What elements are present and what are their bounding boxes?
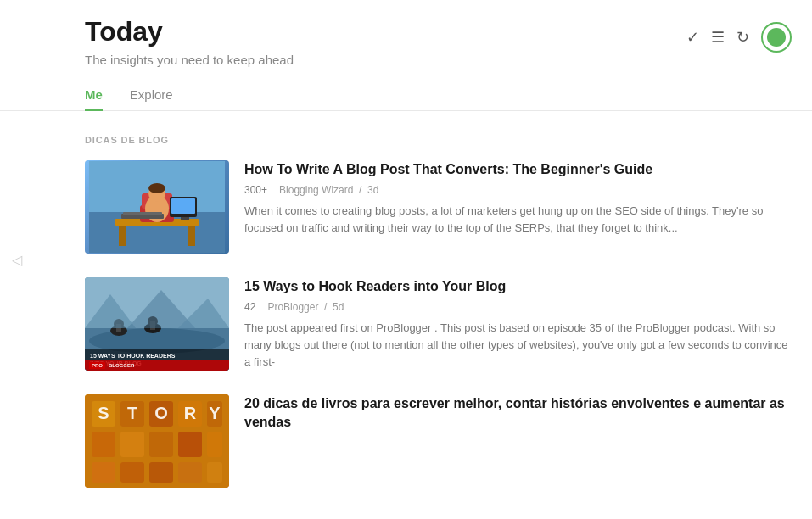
status-indicator[interactable] [761, 22, 792, 53]
header-actions: ✓ ☰ ↻ [686, 15, 792, 53]
page-title: Today [85, 15, 294, 47]
svg-rect-35 [120, 432, 144, 457]
tabs-bar: Me Explore [0, 67, 812, 111]
page-subtitle: The insights you need to keep ahead [85, 53, 294, 67]
article-text-1: How To Write A Blog Post That Converts: … [244, 160, 792, 237]
article-item[interactable]: S T O R Y 20 dicas de livros para escrev… [85, 394, 792, 488]
tab-me[interactable]: Me [85, 87, 103, 110]
article-item[interactable]: 15 WAYS TO HOOK READERSINTO YOUR BLOG PR… [85, 277, 792, 371]
refresh-icon[interactable]: ↻ [736, 28, 749, 47]
article-excerpt-1: When it comes to creating blog posts, a … [244, 203, 792, 237]
article-title-3: 20 dicas de livros para escrever melhor,… [244, 394, 792, 431]
article-title-1: How To Write A Blog Post That Converts: … [244, 160, 792, 179]
svg-rect-36 [149, 432, 173, 457]
article-title-2: 15 Ways to Hook Readers into Your Blog [244, 277, 792, 296]
article-thumbnail-1 [85, 160, 229, 254]
svg-rect-40 [120, 462, 144, 483]
article-text-2: 15 Ways to Hook Readers into Your Blog 4… [244, 277, 792, 371]
svg-rect-14 [123, 212, 162, 215]
article-thumbnail-3: S T O R Y [85, 394, 229, 488]
svg-rect-4 [188, 226, 195, 246]
article-text-3: 20 dicas de livros para escrever melhor,… [244, 394, 792, 436]
svg-point-9 [148, 183, 165, 193]
article-item[interactable]: How To Write A Blog Post That Converts: … [85, 160, 792, 254]
page-header: Today The insights you need to keep ahea… [0, 0, 812, 67]
header-text: Today The insights you need to keep ahea… [85, 15, 294, 67]
svg-text:S: S [98, 404, 109, 422]
article-meta-1: 300+ Blogging Wizard / 3d [244, 184, 792, 196]
svg-text:Y: Y [209, 404, 221, 422]
svg-rect-39 [92, 462, 115, 483]
svg-rect-38 [207, 432, 222, 457]
svg-rect-37 [178, 432, 202, 457]
article-thumbnail-2: 15 WAYS TO HOOK READERSINTO YOUR BLOG PR… [85, 277, 229, 371]
left-scroll-arrow: ◁ [8, 243, 25, 276]
thumbnail-brand: PRO BLOGGER [85, 360, 229, 371]
svg-rect-11 [171, 198, 195, 214]
tab-list: Me Explore [85, 87, 792, 110]
svg-text:O: O [154, 404, 168, 422]
tab-explore[interactable]: Explore [130, 87, 173, 110]
status-dot [767, 28, 786, 47]
svg-rect-3 [119, 226, 126, 246]
article-excerpt-2: The post appeared first on ProBlogger . … [244, 320, 792, 371]
svg-rect-41 [149, 462, 173, 483]
section-label: DICAS DE BLOG [85, 135, 792, 145]
svg-rect-43 [207, 462, 222, 483]
svg-rect-12 [181, 217, 189, 220]
svg-text:T: T [127, 404, 137, 422]
svg-rect-34 [92, 432, 115, 457]
article-meta-2: 42 ProBlogger / 5d [244, 301, 792, 313]
svg-rect-42 [178, 462, 202, 483]
check-icon[interactable]: ✓ [686, 28, 699, 47]
svg-text:R: R [184, 404, 197, 422]
list-icon[interactable]: ☰ [711, 28, 725, 47]
main-content: DICAS DE BLOG [0, 135, 812, 488]
